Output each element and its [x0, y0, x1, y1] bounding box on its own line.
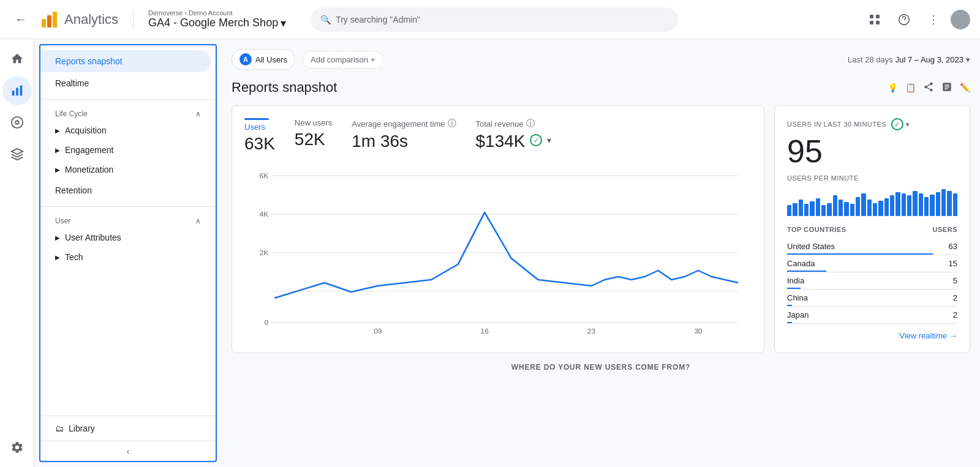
metric-new-users[interactable]: New users 52K — [295, 118, 332, 154]
report-actions: 💡 📋 ✏️ — [888, 81, 970, 94]
mini-bar — [816, 198, 820, 216]
sidebar-divider-1 — [40, 99, 216, 100]
country-bar — [787, 322, 792, 323]
countries-header: TOP COUNTRIES USERS — [787, 226, 957, 233]
rail-reports-button[interactable] — [2, 76, 32, 105]
search-area[interactable]: 🔍 Try searching "Admin" — [311, 7, 678, 32]
back-button[interactable]: ← — [10, 9, 32, 31]
dropdown-chevron-icon[interactable]: ▾ — [547, 135, 551, 145]
expand-icon: ▶ — [55, 147, 60, 154]
svg-point-9 — [11, 117, 22, 128]
rail-settings-button[interactable] — [2, 433, 32, 462]
mini-bar — [787, 205, 791, 216]
mini-bar — [924, 197, 929, 216]
app-title: Analytics — [64, 12, 118, 28]
users-label: USERS — [933, 226, 957, 233]
sidebar-item-monetization[interactable]: ▶ Monetization — [40, 160, 216, 179]
collapse-icon[interactable]: ∧ — [195, 110, 201, 118]
mini-bar — [953, 193, 957, 216]
mini-bar — [850, 204, 854, 216]
avatar[interactable] — [951, 10, 970, 29]
sidebar-item-engagement[interactable]: ▶ Engagement — [40, 140, 216, 160]
sidebar-item-acquisition[interactable]: ▶ Acquisition — [40, 121, 216, 140]
back-icon: ← — [15, 12, 27, 26]
mini-bar — [804, 204, 809, 216]
rail-home-button[interactable] — [2, 44, 32, 73]
insights-icon[interactable]: 💡 — [888, 83, 898, 92]
realtime-status-icon[interactable]: ✓ — [891, 118, 903, 130]
sidebar: Reports snapshot Realtime Life Cycle ∧ ▶… — [39, 44, 217, 462]
svg-text:30: 30 — [694, 327, 702, 334]
svg-text:6K: 6K — [260, 172, 269, 179]
search-box[interactable]: 🔍 Try searching "Admin" — [311, 7, 678, 32]
status-badge[interactable]: ✓ — [530, 134, 542, 146]
expand-icon: ▶ — [55, 166, 60, 173]
add-comparison-button[interactable]: Add comparison + — [303, 51, 383, 69]
metric-engagement[interactable]: Average engagement time ⓘ 1m 36s — [352, 118, 456, 154]
mini-bar — [810, 201, 814, 216]
country-users: 5 — [953, 276, 957, 285]
realtime-card: USERS IN LAST 30 MINUTES ✓ ▾ 95 USERS PE… — [774, 105, 970, 353]
compare-icon[interactable] — [941, 81, 952, 94]
breadcrumb-account[interactable]: GA4 - Google Merch Shop ▾ — [148, 17, 286, 30]
sidebar-item-label: Realtime — [55, 78, 89, 88]
country-row: Japan 2 — [787, 307, 957, 324]
view-realtime-button[interactable]: View realtime → — [787, 331, 957, 340]
search-icon: 🔍 — [320, 15, 331, 24]
svg-point-5 — [904, 21, 905, 22]
sidebar-collapse-button[interactable]: ‹ — [40, 441, 216, 461]
country-row: China 2 — [787, 290, 957, 307]
metric-revenue[interactable]: Total revenue ⓘ $134K ✓ ▾ — [476, 118, 552, 154]
more-options-button[interactable]: ⋮ — [921, 7, 946, 32]
apps-button[interactable] — [862, 7, 887, 32]
mini-bar — [844, 202, 848, 216]
mini-bar — [941, 189, 946, 216]
breadcrumb-path: Demoverse › Demo Account — [148, 9, 286, 17]
info-icon[interactable]: ⓘ — [526, 118, 535, 129]
sidebar-item-user-attributes[interactable]: ▶ User Attributes — [40, 228, 216, 247]
sidebar-item-realtime[interactable]: Realtime — [40, 72, 211, 94]
metric-value: 1m 36s — [352, 132, 456, 151]
realtime-dropdown-icon[interactable]: ▾ — [906, 121, 910, 129]
date-range-picker[interactable]: Last 28 days Jul 7 – Aug 3, 2023 ▾ — [848, 55, 970, 64]
metric-users[interactable]: Users 63K — [244, 118, 275, 154]
topbar-divider — [133, 10, 134, 29]
mini-bar — [839, 200, 843, 216]
svg-text:16: 16 — [481, 327, 489, 334]
country-users: 15 — [949, 259, 957, 268]
sidebar-item-retention[interactable]: Retention — [40, 179, 211, 201]
help-button[interactable] — [892, 7, 916, 32]
topbar: ← Analytics Demoverse › Demo Account GA4… — [0, 0, 980, 39]
rail-explore-button[interactable] — [2, 108, 32, 137]
edit-icon[interactable]: ✏️ — [960, 83, 970, 92]
realtime-label: USERS IN LAST 30 MINUTES ✓ ▾ — [787, 118, 957, 130]
mini-bar — [884, 198, 889, 216]
user-segment-chip[interactable]: A All Users — [232, 49, 295, 70]
country-bar — [787, 271, 826, 272]
mini-bar — [856, 197, 860, 216]
sidebar-item-tech[interactable]: ▶ Tech — [40, 247, 216, 267]
realtime-count: 95 — [787, 133, 957, 170]
sidebar-section-user: User ∧ — [40, 212, 216, 228]
top-countries-label: TOP COUNTRIES — [787, 226, 846, 233]
sidebar-library-button[interactable]: 🗂 Library — [55, 424, 201, 433]
main-layout: Reports snapshot Realtime Life Cycle ∧ ▶… — [0, 39, 980, 467]
chevron-down-icon: ▾ — [966, 55, 970, 64]
info-icon[interactable]: ⓘ — [448, 118, 456, 129]
icon-rail — [0, 39, 34, 467]
country-bar — [787, 305, 792, 306]
expand-icon: ▶ — [55, 127, 60, 134]
main-chart-card: Users 63K New users 52K Average engageme… — [232, 105, 764, 353]
rail-advertising-button[interactable] — [2, 140, 32, 169]
mini-bar — [890, 195, 894, 216]
svg-rect-3 — [876, 21, 880, 24]
mini-bar — [936, 192, 940, 216]
share-icon[interactable] — [923, 81, 934, 94]
sidebar-footer: 🗂 Library — [40, 416, 216, 441]
active-metric-indicator — [244, 118, 269, 120]
sidebar-item-reports-snapshot[interactable]: Reports snapshot — [40, 50, 211, 72]
svg-text:4K: 4K — [260, 211, 269, 217]
collapse-icon[interactable]: ∧ — [195, 217, 201, 225]
customize-icon[interactable]: 📋 — [905, 83, 916, 92]
mini-bar — [919, 193, 923, 216]
